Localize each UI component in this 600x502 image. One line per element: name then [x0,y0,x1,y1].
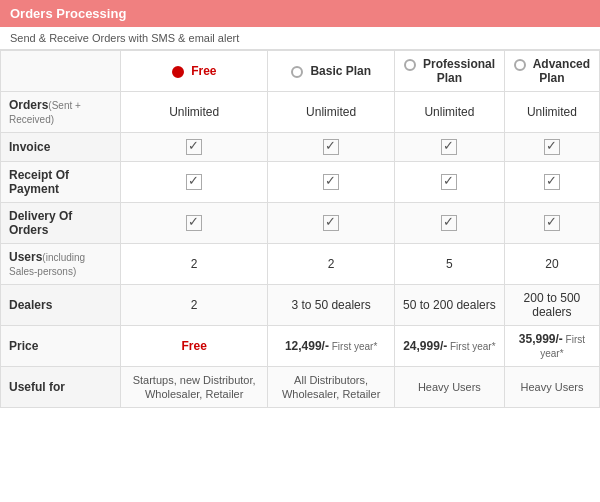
feature-col-header [1,51,121,92]
advanced-cell: Heavy Users [504,367,599,408]
table-row: Users(including Sales-persons)22520 [1,244,600,285]
cell-text-free: 2 [191,298,198,312]
feature-label: Dealers [9,298,52,312]
advanced-cell: 20 [504,244,599,285]
table-row: Receipt Of Payment [1,162,600,203]
basic-cell: 3 to 50 dealers [268,285,395,326]
pricing-table-wrap: Free Basic Plan Professional Plan Advanc… [0,50,600,408]
professional-cell: 5 [394,244,504,285]
feature-cell: Invoice [1,133,121,162]
professional-cell: 24,999/- First year* [394,326,504,367]
feature-cell: Useful for [1,367,121,408]
basic-cell [268,162,395,203]
professional-cell [394,162,504,203]
feature-cell: Delivery Of Orders [1,203,121,244]
feature-cell: Receipt Of Payment [1,162,121,203]
feature-cell: Price [1,326,121,367]
cell-text-advanced: Unlimited [527,105,577,119]
price-suffix-professional: First year* [447,341,495,352]
feature-cell: Users(including Sales-persons) [1,244,121,285]
checkbox-advanced [544,215,560,231]
table-row: Orders(Sent + Received)UnlimitedUnlimite… [1,92,600,133]
professional-col-header[interactable]: Professional Plan [394,51,504,92]
professional-cell: Heavy Users [394,367,504,408]
cell-text-professional: 50 to 200 dealers [403,298,496,312]
free-cell: 2 [121,244,268,285]
cell-text-advanced: 20 [545,257,558,271]
feature-label: Price [9,339,38,353]
page-title: Orders Processing [10,6,126,21]
advanced-cell: 35,999/- First year* [504,326,599,367]
feature-label: Orders [9,98,48,112]
free-label: Free [191,64,216,78]
subtitle: Send & Receive Orders with SMS & email a… [0,27,600,50]
useful-basic: All Distributors, Wholesaler, Retailer [282,374,380,400]
free-cell [121,133,268,162]
checkbox-basic [323,174,339,190]
header-bar: Orders Processing [0,0,600,27]
cell-text-advanced: 200 to 500 dealers [524,291,581,319]
table-row: Delivery Of Orders [1,203,600,244]
checkbox-basic [323,215,339,231]
basic-cell [268,133,395,162]
advanced-cell: 200 to 500 dealers [504,285,599,326]
basic-cell [268,203,395,244]
free-cell: Startups, new Distributor, Wholesaler, R… [121,367,268,408]
cell-text-professional: 5 [446,257,453,271]
free-cell: Unlimited [121,92,268,133]
professional-label: Professional Plan [423,57,495,85]
useful-free: Startups, new Distributor, Wholesaler, R… [133,374,256,400]
free-col-header[interactable]: Free [121,51,268,92]
free-cell: 2 [121,285,268,326]
free-cell [121,203,268,244]
basic-radio[interactable] [291,66,303,78]
professional-cell [394,203,504,244]
checkbox-advanced [544,174,560,190]
column-header-row: Free Basic Plan Professional Plan Advanc… [1,51,600,92]
pricing-table: Free Basic Plan Professional Plan Advanc… [0,50,600,408]
feature-cell: Orders(Sent + Received) [1,92,121,133]
feature-label: Invoice [9,140,50,154]
feature-cell: Dealers [1,285,121,326]
advanced-radio[interactable] [514,59,526,71]
basic-label: Basic Plan [310,64,371,78]
checkbox-basic [323,139,339,155]
table-row: Invoice [1,133,600,162]
professional-radio[interactable] [404,59,416,71]
cell-text-basic: 3 to 50 dealers [291,298,370,312]
checkbox-free [186,215,202,231]
table-row: Dealers23 to 50 dealers50 to 200 dealers… [1,285,600,326]
free-cell [121,162,268,203]
advanced-cell [504,162,599,203]
feature-label: Useful for [9,380,65,394]
advanced-cell [504,203,599,244]
cell-text-professional: Unlimited [424,105,474,119]
cell-text-basic: 2 [328,257,335,271]
basic-cell: Unlimited [268,92,395,133]
free-radio[interactable] [172,66,184,78]
checkbox-free [186,139,202,155]
checkbox-professional [441,174,457,190]
checkbox-advanced [544,139,560,155]
advanced-cell [504,133,599,162]
useful-advanced: Heavy Users [520,381,583,393]
professional-cell [394,133,504,162]
table-row: PriceFree12,499/- First year*24,999/- Fi… [1,326,600,367]
checkbox-free [186,174,202,190]
free-cell: Free [121,326,268,367]
basic-cell: 2 [268,244,395,285]
feature-label: Users [9,250,42,264]
price-free: Free [181,339,206,353]
advanced-col-header[interactable]: Advanced Plan [504,51,599,92]
cell-text-basic: Unlimited [306,105,356,119]
basic-cell: All Distributors, Wholesaler, Retailer [268,367,395,408]
advanced-cell: Unlimited [504,92,599,133]
price-suffix-basic: First year* [329,341,377,352]
table-row: Useful forStartups, new Distributor, Who… [1,367,600,408]
professional-cell: 50 to 200 dealers [394,285,504,326]
price-val-advanced: 35,999/- [519,332,563,346]
professional-cell: Unlimited [394,92,504,133]
feature-label: Receipt Of Payment [9,168,69,196]
basic-col-header[interactable]: Basic Plan [268,51,395,92]
basic-cell: 12,499/- First year* [268,326,395,367]
